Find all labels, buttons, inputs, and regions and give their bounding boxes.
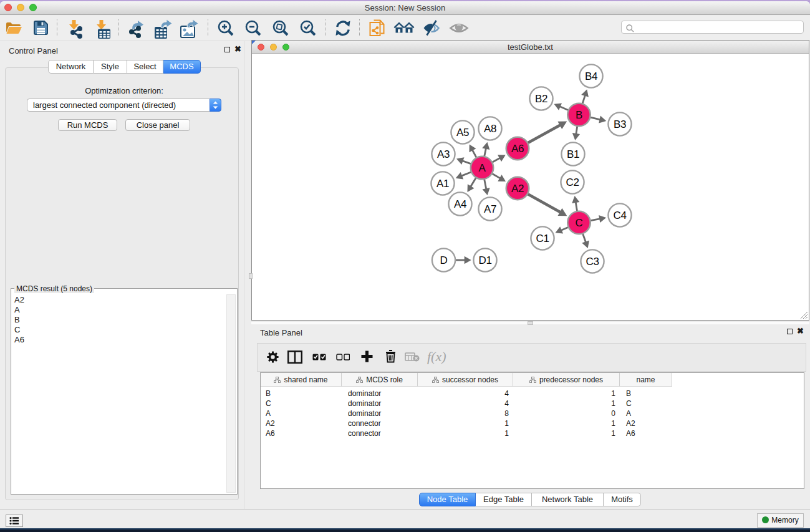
- svg-text:A6: A6: [511, 143, 524, 155]
- svg-text:C1: C1: [536, 233, 549, 244]
- svg-text:C2: C2: [566, 177, 579, 188]
- svg-text:A: A: [478, 162, 486, 174]
- svg-text:D1: D1: [478, 254, 491, 266]
- svg-text:C4: C4: [613, 210, 626, 221]
- svg-text:A7: A7: [484, 203, 496, 215]
- svg-text:B1: B1: [567, 148, 579, 160]
- svg-text:D: D: [440, 254, 448, 266]
- svg-text:A2: A2: [511, 183, 524, 195]
- svg-text:A4: A4: [454, 198, 466, 210]
- svg-text:A3: A3: [437, 148, 450, 160]
- svg-text:C3: C3: [586, 256, 599, 268]
- svg-text:C: C: [576, 217, 583, 229]
- svg-text:A8: A8: [484, 123, 496, 135]
- svg-text:B2: B2: [535, 93, 547, 105]
- svg-text:B4: B4: [585, 70, 597, 82]
- svg-text:A5: A5: [456, 127, 469, 138]
- svg-text:A1: A1: [436, 178, 449, 190]
- svg-text:B: B: [576, 109, 582, 121]
- svg-text:B3: B3: [614, 118, 626, 130]
